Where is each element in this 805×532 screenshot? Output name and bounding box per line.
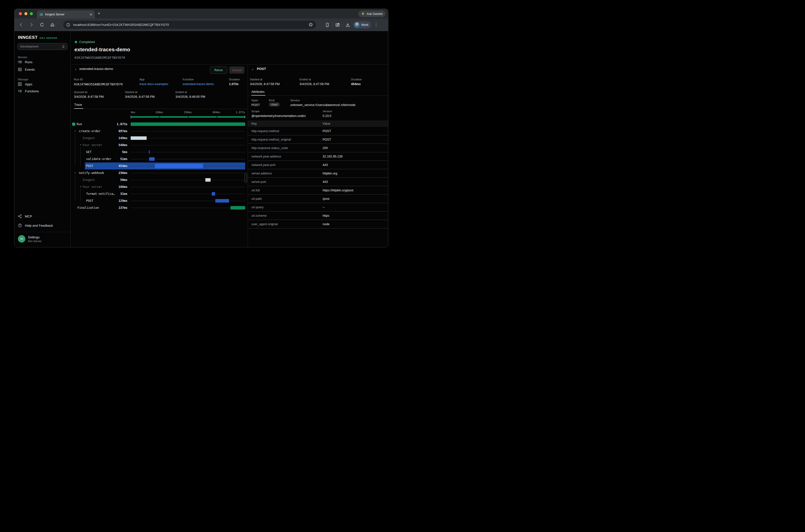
trace-row-inngest[interactable]: Inngest149ms [71, 135, 248, 141]
search-tabs-icon[interactable] [334, 21, 341, 28]
trace-row-your-server[interactable]: ▾Your server186ms [71, 184, 248, 190]
functions-icon [18, 89, 22, 93]
cancel-button[interactable]: Cancel [229, 66, 244, 74]
main-content: Completed extended-traces-demo 01KJXTWA3… [71, 31, 388, 247]
runs-icon [18, 60, 22, 64]
trace-row-validate-order[interactable]: validate-order51ms [71, 155, 248, 163]
trace-row-notify-webhook[interactable]: ▾notify-webhook236ms [71, 169, 248, 176]
sidebar-item-functions[interactable]: Functions [15, 88, 71, 95]
attribute-row-server-address: server.address httpbin.org [248, 169, 388, 178]
tab-trace[interactable]: Trace [74, 103, 82, 107]
span-name: validate-order [86, 157, 111, 161]
status-label: Completed [79, 40, 95, 44]
span-name: notify-webhook [79, 171, 104, 175]
span-bar[interactable] [230, 206, 245, 210]
sidebar-item-help-and-feedback[interactable]: Help and Feedback [15, 222, 71, 229]
chevron-down-icon[interactable]: ▾ [80, 144, 81, 146]
attribute-key: http.request.method [248, 129, 323, 133]
span-bar[interactable] [131, 122, 245, 126]
ask-gemini-button[interactable]: Ask Gemini [358, 11, 386, 17]
function-link[interactable]: extended-traces-demo [183, 82, 214, 86]
downloads-icon[interactable] [344, 21, 351, 28]
row-track-line [131, 187, 245, 187]
attribute-value: httpbin.org [323, 172, 337, 175]
span-details-title: POST [257, 67, 266, 71]
sidebar-item-events[interactable]: Events [15, 66, 71, 73]
trace-row-format-notifica-[interactable]: format-notifica…31ms [71, 190, 248, 197]
trace-row-create-order[interactable]: ▾create-order697ms [71, 128, 248, 135]
attribute-value: /post [323, 197, 329, 201]
trace-row-your-server[interactable]: ▾Your server548ms [71, 141, 248, 149]
mcp-icon [18, 214, 22, 218]
span-duration: 1.073s [113, 122, 128, 126]
app-link[interactable]: trace-docs-examples [139, 82, 168, 86]
events-icon [18, 68, 22, 71]
row-track-line [131, 152, 245, 152]
rerun-button[interactable]: Rerun [210, 66, 227, 74]
forward-icon[interactable] [28, 21, 35, 28]
sidebar-item-runs[interactable]: Runs [15, 58, 71, 65]
home-icon[interactable] [49, 21, 56, 28]
span-bar[interactable] [149, 150, 150, 154]
sidebar-item-label: Help and Feedback [25, 224, 53, 227]
sidebar-item-mcp[interactable]: MCP [15, 213, 71, 220]
version-value: 0.23.0 [323, 114, 331, 118]
chevron-down-icon[interactable]: ▾ [74, 171, 76, 174]
span-bar[interactable] [205, 178, 211, 182]
span-bar[interactable] [149, 157, 154, 161]
chevron-up-down-icon [62, 45, 65, 48]
minimize-window-button[interactable] [24, 12, 27, 15]
sidebar-item-apps[interactable]: Apps [15, 81, 71, 88]
new-tab-button[interactable]: + [98, 11, 100, 16]
minimap-right-handle[interactable] [245, 115, 245, 118]
scope-label: Scope [251, 110, 260, 113]
close-tab-icon[interactable]: ✕ [90, 13, 92, 16]
kind-badge: client [269, 102, 280, 107]
ended-at-value: 3/4/2026, 8:48:00 PM [175, 95, 205, 98]
site-info-icon[interactable] [65, 22, 71, 28]
scrollbar-thumb[interactable] [245, 173, 247, 183]
url-bar[interactable]: localhost:8288/run?runID=01KJXTWA35SA8D2… [63, 21, 316, 29]
span-duration: 50ms [113, 178, 128, 182]
trace-row-get[interactable]: GET5ms [71, 149, 248, 155]
close-window-button[interactable] [19, 12, 22, 15]
axis-tick-label: 536ms [181, 111, 195, 114]
trace-row-finalization[interactable]: Finalization137ms [71, 204, 248, 211]
sidebar-item-label: Runs [25, 60, 32, 64]
span-bar[interactable] [215, 199, 229, 203]
trace-row-inngest[interactable]: Inngest50ms [71, 176, 248, 184]
bookmark-star-icon[interactable] [308, 22, 313, 27]
chevron-down-icon[interactable]: ▾ [74, 130, 76, 132]
indent-guide [80, 147, 81, 166]
trace-group-header[interactable]: ⌄ extended-traces-demo [74, 67, 113, 71]
profile-chip[interactable]: Work [353, 21, 371, 28]
trace-row-run[interactable]: ✓Run1.073s [71, 121, 248, 128]
chevron-down-icon[interactable]: ▾ [80, 185, 81, 188]
extensions-icon[interactable] [324, 21, 331, 28]
span-ended-label: Ended at [299, 78, 311, 81]
span-duration: 149ms [113, 136, 128, 140]
attribute-value: https://httpbin.org/post [323, 189, 354, 192]
minimap-left-handle[interactable] [131, 115, 131, 118]
attribute-row-http-request-method: http.request.method POST [248, 127, 388, 135]
span-bar[interactable] [212, 192, 215, 195]
span-bar[interactable] [155, 164, 203, 168]
reload-icon[interactable] [38, 21, 45, 28]
browser-menu-icon[interactable]: ⋮ [373, 21, 380, 28]
sidebar-item-settings[interactable]: </> Settings Dev Server [18, 235, 41, 243]
span-duration: 51ms [113, 157, 128, 161]
span-details-header[interactable]: ⌄ POST [251, 67, 266, 71]
timeline-minimap[interactable] [131, 115, 245, 118]
code-icon: </> [18, 235, 25, 243]
environment-select[interactable]: Development [17, 43, 68, 50]
span-name: format-notifica… [86, 192, 115, 195]
browser-tab[interactable]: Inngest Server ✕ [37, 11, 95, 18]
trace-row-post[interactable]: POST129ms [71, 197, 248, 204]
zoom-window-button[interactable] [30, 12, 33, 15]
browser-toolbar: localhost:8288/run?runID=01KJXTWA35SA8D2… [15, 18, 388, 31]
trace-row-post[interactable]: POST454ms [71, 163, 248, 169]
span-duration-label: Duration [351, 78, 362, 81]
span-bar[interactable] [131, 136, 147, 140]
back-icon[interactable] [17, 21, 24, 28]
tab-attributes[interactable]: Attributes [251, 90, 265, 94]
